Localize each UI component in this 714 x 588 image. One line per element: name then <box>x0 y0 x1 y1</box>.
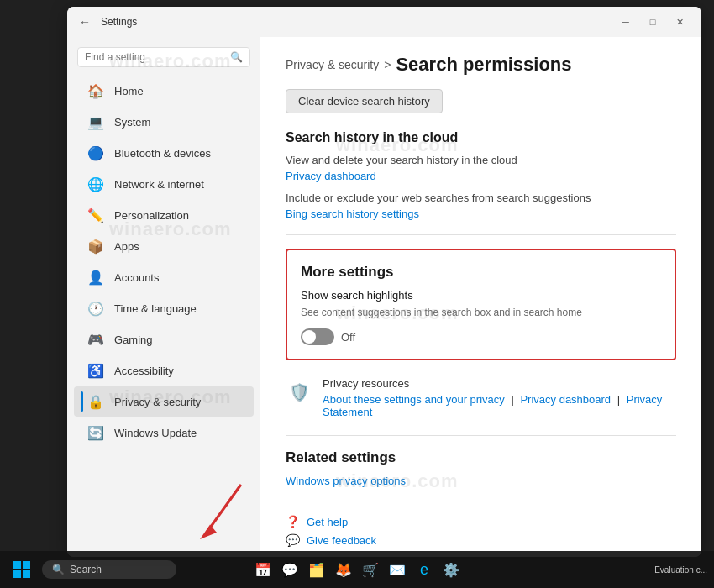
breadcrumb-current: Search permissions <box>396 54 571 76</box>
bing-description: Include or exclude your web searches fro… <box>286 192 676 204</box>
taskbar-chat-icon[interactable]: 💬 <box>278 558 302 581</box>
sidebar-label-time: Time & language <box>114 302 197 315</box>
get-help-row[interactable]: ❓ Get help <box>286 515 676 528</box>
sidebar-item-personalization[interactable]: ✏️ Personalization <box>74 200 254 230</box>
cloud-description: View and delete your search history in t… <box>286 154 676 166</box>
cloud-description-row: View and delete your search history in t… <box>286 154 676 183</box>
taskbar-search[interactable]: 🔍 Search <box>42 560 176 579</box>
shield-icon: 🛡️ <box>286 379 312 406</box>
windows-logo-icon <box>13 560 31 579</box>
gaming-icon: 🎮 <box>87 331 104 348</box>
privacy-dashboard-link2[interactable]: Privacy dashboard <box>520 393 611 406</box>
maximize-button[interactable]: □ <box>641 13 664 30</box>
apps-icon: 📦 <box>87 238 104 255</box>
breadcrumb-separator: > <box>384 58 391 71</box>
feedback-icon: 💬 <box>286 533 300 547</box>
taskbar-search-label: Search <box>70 564 102 575</box>
evaluation-text: Evaluation c... <box>654 565 707 575</box>
more-settings-box: More settings Show search highlights See… <box>286 249 676 360</box>
taskbar-explorer-icon[interactable]: 🗂️ <box>305 558 328 581</box>
taskbar-settings-icon[interactable]: ⚙️ <box>439 558 463 581</box>
sep-2: | <box>617 393 623 406</box>
sidebar-search-box[interactable]: 🔍 <box>77 47 250 67</box>
sidebar-item-accessibility[interactable]: ♿ Accessibility <box>74 355 254 386</box>
sidebar-label-gaming: Gaming <box>114 333 153 346</box>
sidebar-label-accounts: Accounts <box>114 271 159 284</box>
sidebar-item-system[interactable]: 💻 System <box>74 107 254 137</box>
taskbar-edge-icon[interactable]: e <box>412 558 436 581</box>
window-controls: ─ □ ✕ <box>614 13 691 30</box>
svg-rect-3 <box>23 561 30 569</box>
bing-description-row: Include or exclude your web searches fro… <box>286 192 676 221</box>
time-icon: 🕐 <box>87 300 104 317</box>
sidebar-item-accounts[interactable]: 👤 Accounts <box>74 262 254 292</box>
sidebar-item-bluetooth[interactable]: 🔵 Bluetooth & devices <box>74 138 254 168</box>
sidebar-item-privacy[interactable]: 🔒 Privacy & security <box>74 386 254 417</box>
system-icon: 💻 <box>87 113 104 130</box>
accounts-icon: 👤 <box>87 269 104 286</box>
accessibility-icon: ♿ <box>87 362 104 379</box>
divider-3 <box>286 501 676 501</box>
taskbar-store-icon[interactable]: 🛒 <box>359 558 382 581</box>
sidebar-item-apps[interactable]: 📦 Apps <box>74 231 254 261</box>
sidebar: 🔍 🏠 Home 💻 System 🔵 Bluetooth & devices … <box>67 37 260 557</box>
about-settings-link[interactable]: About these settings and your privacy <box>323 393 505 406</box>
divider-1 <box>286 234 676 235</box>
give-feedback-label: Give feedback <box>307 534 376 547</box>
sidebar-label-network: Network & internet <box>114 178 204 191</box>
taskbar-browser-icon[interactable]: 🦊 <box>332 558 355 581</box>
window-title: Settings <box>101 16 137 28</box>
personalization-icon: ✏️ <box>87 207 104 223</box>
taskbar-mail-icon[interactable]: ✉️ <box>386 558 409 581</box>
privacy-resources-title: Privacy resources <box>323 377 676 390</box>
help-icon: ❓ <box>286 515 300 528</box>
close-button[interactable]: ✕ <box>668 13 691 30</box>
privacy-resources: 🛡️ Privacy resources About these setting… <box>286 377 676 418</box>
sidebar-item-time[interactable]: 🕐 Time & language <box>74 293 254 323</box>
breadcrumb: Privacy & security > Search permissions <box>286 54 676 76</box>
update-icon: 🔄 <box>87 424 104 441</box>
windows-privacy-link[interactable]: Windows privacy options <box>286 475 676 487</box>
more-settings-title: More settings <box>301 264 661 281</box>
sidebar-label-accessibility: Accessibility <box>114 365 174 377</box>
toggle-sublabel: See content suggestions in the search bo… <box>301 307 582 318</box>
get-help-label: Get help <box>307 516 348 528</box>
minimize-button[interactable]: ─ <box>614 13 638 30</box>
toggle-label: Show search highlights <box>301 289 413 302</box>
related-settings-title: Related settings <box>286 449 676 466</box>
sidebar-item-gaming[interactable]: 🎮 Gaming <box>74 324 254 354</box>
network-icon: 🌐 <box>87 176 104 192</box>
back-button[interactable]: ← <box>77 14 92 29</box>
sidebar-label-bluetooth: Bluetooth & devices <box>114 147 211 160</box>
sidebar-label-home: Home <box>114 85 144 97</box>
main-content: Privacy & security > Search permissions … <box>260 37 701 557</box>
svg-rect-2 <box>13 561 21 569</box>
title-bar-left: ← Settings <box>77 14 137 29</box>
sidebar-label-apps: Apps <box>114 240 139 253</box>
clear-history-button[interactable]: Clear device search history <box>286 89 443 113</box>
content-area: 🔍 🏠 Home 💻 System 🔵 Bluetooth & devices … <box>67 37 701 557</box>
cloud-section-title: Search history in the cloud <box>286 130 676 145</box>
sidebar-item-update[interactable]: 🔄 Windows Update <box>74 417 254 448</box>
breadcrumb-parent[interactable]: Privacy & security <box>286 58 379 71</box>
title-bar: ← Settings ─ □ ✕ <box>67 7 701 37</box>
sidebar-item-network[interactable]: 🌐 Network & internet <box>74 169 254 199</box>
sidebar-item-home[interactable]: 🏠 Home <box>74 76 254 106</box>
taskbar-search-icon: 🔍 <box>52 564 65 575</box>
svg-rect-5 <box>23 570 30 578</box>
sidebar-label-personalization: Personalization <box>114 209 189 222</box>
taskbar-right: Evaluation c... <box>654 565 707 575</box>
feedback-row[interactable]: 💬 Give feedback <box>286 533 676 547</box>
home-icon: 🏠 <box>87 82 104 99</box>
search-input[interactable] <box>85 51 225 63</box>
toggle-control: Off <box>301 328 355 345</box>
privacy-links: About these settings and your privacy | … <box>323 393 676 418</box>
taskbar-left: 🔍 Search <box>7 554 176 585</box>
privacy-dashboard-link[interactable]: Privacy dashboard <box>286 170 376 182</box>
taskbar-widgets-icon[interactable]: 📅 <box>251 558 275 581</box>
taskbar: 🔍 Search 📅 💬 🗂️ 🦊 🛒 ✉️ e ⚙️ Evaluation c… <box>0 551 714 588</box>
svg-rect-4 <box>13 570 21 578</box>
search-highlights-toggle[interactable] <box>301 328 334 345</box>
start-button[interactable] <box>7 554 37 585</box>
bing-settings-link[interactable]: Bing search history settings <box>286 207 419 220</box>
